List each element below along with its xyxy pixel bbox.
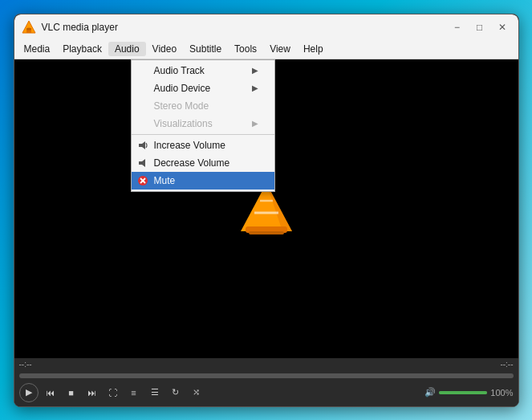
- decrease-volume-item[interactable]: Decrease Volume: [132, 154, 274, 172]
- bottom-bar: --:-- --:-- ▶ ⏮ ■ ⏭ ⛶ ≡ ☰ ↻ ⤭ 🔊 100%: [14, 358, 518, 406]
- decrease-volume-label: Decrease Volume: [154, 157, 230, 169]
- mute-label: Mute: [154, 175, 176, 186]
- maximize-button[interactable]: □: [470, 19, 489, 35]
- volume-bar[interactable]: [439, 391, 487, 394]
- svg-marker-9: [139, 141, 145, 149]
- title-bar: VLC media player − □ ✕: [14, 14, 518, 40]
- vlc-window: VLC media player − □ ✕ Media Playback Au…: [14, 14, 519, 407]
- audio-track-label: Audio Track: [154, 65, 205, 76]
- svg-rect-8: [249, 231, 284, 234]
- mute-icon: [136, 174, 149, 187]
- prev-button[interactable]: ⏮: [42, 384, 59, 402]
- svg-point-2: [26, 27, 31, 30]
- menu-playback[interactable]: Playback: [56, 42, 108, 56]
- menu-audio[interactable]: Audio: [108, 42, 146, 56]
- volume-icon: 🔊: [424, 387, 436, 398]
- submenu-arrow: ▶: [252, 84, 258, 92]
- video-area: Audio Track ▶ Audio Device ▶ Stereo Mode…: [14, 59, 518, 358]
- menu-subtitle[interactable]: Subtitle: [183, 42, 228, 56]
- audio-track-item[interactable]: Audio Track ▶: [132, 62, 274, 80]
- minimize-button[interactable]: −: [448, 19, 467, 35]
- menu-media[interactable]: Media: [18, 42, 57, 56]
- volume-fill: [439, 391, 487, 394]
- visualizations-label: Visualizations: [154, 118, 213, 129]
- playlist-button[interactable]: ☰: [146, 384, 164, 402]
- time-labels: --:-- --:--: [19, 360, 514, 369]
- visualizations-item: Visualizations ▶: [132, 115, 274, 133]
- total-time: --:--: [500, 360, 513, 369]
- progress-bar[interactable]: [19, 373, 514, 378]
- audio-device-label: Audio Device: [154, 83, 211, 94]
- audio-device-item[interactable]: Audio Device ▶: [132, 80, 274, 97]
- speaker-low-icon: [136, 157, 149, 169]
- menu-help[interactable]: Help: [297, 42, 330, 56]
- close-button[interactable]: ✕: [493, 19, 512, 35]
- stereo-mode-label: Stereo Mode: [154, 100, 209, 112]
- volume-label: 100%: [490, 388, 513, 398]
- increase-volume-label: Increase Volume: [154, 140, 225, 151]
- app-icon: [21, 19, 37, 35]
- window-title: VLC media player: [42, 22, 448, 33]
- menu-view[interactable]: View: [263, 42, 297, 56]
- submenu-arrow: ▶: [252, 119, 258, 128]
- next-button[interactable]: ⏭: [83, 384, 101, 402]
- menu-tools[interactable]: Tools: [228, 42, 263, 56]
- volume-section: 🔊 100%: [424, 387, 513, 398]
- speaker-icon: [136, 139, 149, 152]
- loop-button[interactable]: ↻: [167, 384, 185, 402]
- eq-button[interactable]: ≡: [125, 384, 143, 402]
- window-controls: − □ ✕: [448, 19, 512, 35]
- menu-separator: [132, 134, 274, 135]
- play-button[interactable]: ▶: [19, 383, 39, 402]
- mute-item[interactable]: Mute: [132, 172, 274, 190]
- fullscreen-button[interactable]: ⛶: [104, 384, 122, 402]
- svg-marker-10: [139, 159, 145, 167]
- stop-button[interactable]: ■: [63, 384, 80, 402]
- shuffle-button[interactable]: ⤭: [188, 384, 205, 402]
- increase-volume-item[interactable]: Increase Volume: [132, 137, 274, 154]
- current-time: --:--: [19, 360, 32, 369]
- submenu-arrow: ▶: [252, 66, 258, 75]
- controls-row: ▶ ⏮ ■ ⏭ ⛶ ≡ ☰ ↻ ⤭ 🔊 100%: [19, 383, 514, 402]
- audio-dropdown-menu: Audio Track ▶ Audio Device ▶ Stereo Mode…: [131, 59, 275, 192]
- stereo-mode-item: Stereo Mode: [132, 97, 274, 115]
- menu-bar: Media Playback Audio Video Subtitle Tool…: [14, 40, 518, 59]
- menu-video[interactable]: Video: [146, 42, 183, 56]
